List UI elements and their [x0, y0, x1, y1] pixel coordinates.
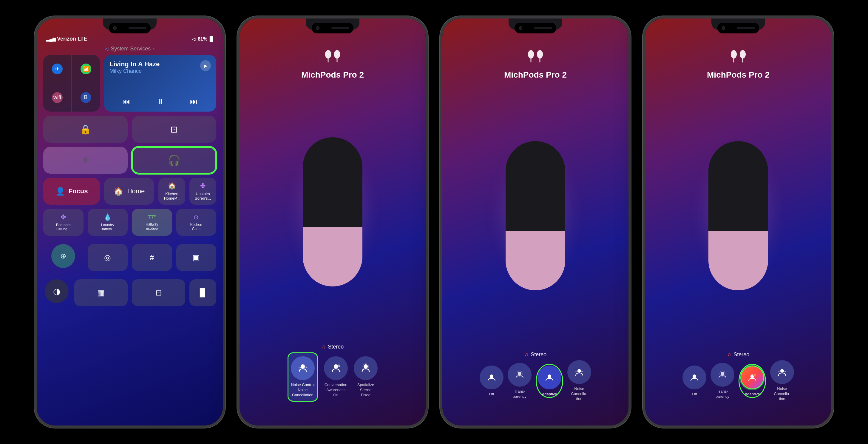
- battery-tile[interactable]: ▉: [189, 279, 216, 306]
- prev-track-button[interactable]: ⏮: [123, 97, 130, 106]
- off-button-2[interactable]: Off: [682, 365, 706, 396]
- noise-cancellation-button[interactable]: Noise ControlNoiseCancellation: [287, 352, 318, 402]
- transparency-label-1: Trans-parency: [513, 389, 526, 399]
- location-arrow-icon: ◁: [105, 46, 108, 52]
- music-title: Living In A Haze: [110, 60, 200, 68]
- cc-row4: ✤ BedroomCeiling... 💧 LaundryBattery... …: [37, 205, 223, 236]
- svg-point-4: [301, 364, 305, 368]
- music-tile[interactable]: Living In A Haze Milky Chance ▶ ⏮ ⏸ ⏭: [104, 55, 216, 112]
- do-not-disturb-tile[interactable]: ◎: [88, 244, 128, 271]
- airpods-device-icon-3: [728, 48, 749, 66]
- laundry-icon: 💧: [103, 213, 112, 221]
- kitchen-cans-tile[interactable]: ⊙ KitchenCans: [176, 209, 217, 236]
- volume-down-button-4[interactable]: [643, 135, 644, 162]
- device-name-1: MichPods Pro 2: [301, 70, 364, 80]
- volume-up-button[interactable]: [34, 99, 35, 126]
- transparency-button-2[interactable]: Trans-parency: [711, 363, 734, 399]
- power-button-2[interactable]: [427, 96, 428, 135]
- airplane-icon: ✈: [52, 64, 63, 74]
- volume-slider-container-2: [505, 141, 565, 290]
- svg-point-16: [548, 375, 551, 378]
- dynamic-island-4: [717, 23, 759, 33]
- svg-point-18: [731, 50, 737, 58]
- kitchen-cans-label: KitchenCans: [190, 223, 202, 231]
- home-label: Home: [127, 187, 145, 195]
- volume-down-button-2[interactable]: [237, 135, 238, 162]
- airpods-background-1: MichPods Pro 2 ♫ Stereo: [240, 19, 426, 425]
- play-pause-button[interactable]: ⏸: [156, 97, 164, 106]
- off-button-1[interactable]: Off: [479, 365, 503, 396]
- wifi-button[interactable]: wifi: [43, 83, 71, 112]
- audio-output-row-1: ♫ Stereo: [321, 344, 344, 350]
- hallway-ecobee-tile[interactable]: 77° Hallwayecobee: [132, 209, 172, 236]
- transparency-label-2: Trans-parency: [716, 389, 729, 399]
- volume-up-button-3[interactable]: [440, 99, 441, 126]
- cellular-button[interactable]: 📶: [71, 55, 100, 83]
- volume-slider-2[interactable]: [505, 141, 565, 290]
- mute-button-2[interactable]: [237, 72, 238, 90]
- earpiece-4: [737, 27, 755, 29]
- dark-mode-tile[interactable]: ◑: [45, 279, 69, 303]
- airplane-mode-button[interactable]: ✈: [43, 55, 71, 83]
- airpods-device-icon-2: [525, 48, 546, 66]
- lock-rotation-tile[interactable]: 🔒: [43, 116, 128, 143]
- bluetooth-button[interactable]: B: [71, 83, 100, 112]
- airpods-background-3: MichPods Pro 2 ♫ Stereo: [645, 19, 831, 425]
- mute-button-4[interactable]: [643, 72, 644, 90]
- bedroom-icon: ✤: [61, 213, 66, 221]
- svg-point-6: [338, 365, 340, 367]
- front-camera-4: [721, 26, 725, 30]
- cc-top-row: ✈ 📶 wifi B Living In: [37, 55, 223, 112]
- wallet-tile[interactable]: ▦: [74, 279, 128, 306]
- brightness-tile[interactable]: ☀: [43, 147, 128, 174]
- kitchen-home-tile[interactable]: 🏠 KitchenHomeP...: [158, 178, 185, 205]
- spatialize-stereo-button[interactable]: SpatializeStereoFixed: [354, 356, 378, 398]
- volume-down-button-3[interactable]: [440, 135, 441, 162]
- remote-icon: ▣: [192, 253, 200, 262]
- earpiece: [129, 27, 147, 29]
- adaptive-button-1[interactable]: Adaptive: [536, 364, 563, 398]
- airplay-button[interactable]: ▶: [200, 60, 211, 71]
- volume-slider-3[interactable]: [708, 141, 768, 290]
- screen-mirror-icon: ⊡: [170, 124, 178, 135]
- upstairs-tile[interactable]: ✤ UpstairsSoren's...: [189, 178, 216, 205]
- volume-up-button-4[interactable]: [643, 99, 644, 126]
- accessibility-shortcut-tile[interactable]: ⊕: [51, 244, 75, 268]
- airpods-tile[interactable]: 🎧: [132, 147, 216, 174]
- ap-controls-1: Noise ControlNoiseCancellation Conversat…: [240, 352, 426, 425]
- noise-cancellation-button-2[interactable]: NoiseCancella-tion: [770, 360, 794, 402]
- power-button-4[interactable]: [833, 96, 834, 135]
- screen-mirror-tile[interactable]: ⊡: [132, 116, 216, 143]
- dynamic-island-2: [312, 23, 353, 33]
- volume-up-button-2[interactable]: [237, 99, 238, 126]
- next-track-button[interactable]: ⏭: [190, 97, 198, 106]
- focus-tile[interactable]: 👤 Focus: [43, 178, 100, 205]
- laundry-battery-tile[interactable]: 💧 LaundryBattery...: [88, 209, 128, 236]
- volume-area-1: [240, 80, 426, 344]
- dynamic-island-3: [515, 23, 556, 33]
- conversation-awareness-button-1[interactable]: ConversationAwarenessOn: [324, 356, 348, 398]
- airpods-icon: 🎧: [168, 154, 181, 166]
- mute-button-3[interactable]: [440, 72, 441, 90]
- transparency-button-1[interactable]: Trans-parency: [508, 363, 531, 399]
- status-left: ▂▄▆ Verizon LTE: [46, 36, 87, 42]
- power-button[interactable]: [224, 96, 225, 135]
- location-bar[interactable]: ◁ System Services ›: [37, 45, 223, 55]
- network-tile: ✈ 📶 wifi B: [43, 55, 100, 112]
- notes-tile[interactable]: ⊟: [132, 279, 185, 306]
- front-camera: [113, 26, 117, 30]
- volume-slider-1[interactable]: [303, 137, 363, 287]
- bedroom-ceiling-tile[interactable]: ✤ BedroomCeiling...: [43, 209, 84, 236]
- noise-cancellation-button-1[interactable]: NoiseCancella-tion: [567, 360, 591, 402]
- remote-tile[interactable]: ▣: [176, 244, 217, 271]
- power-button-3[interactable]: [630, 96, 631, 135]
- phone-airpods-1: MichPods Pro 2 ♫ Stereo: [237, 16, 428, 428]
- svg-point-23: [721, 372, 724, 375]
- adaptive-button-2[interactable]: Adaptive: [739, 364, 766, 398]
- calculator-tile[interactable]: #: [132, 244, 172, 271]
- home-tile[interactable]: 🏠 Home: [104, 178, 154, 205]
- volume-down-button[interactable]: [34, 135, 35, 162]
- mute-button[interactable]: [34, 72, 35, 90]
- location-chevron: ›: [153, 46, 155, 52]
- music-note-icon-2: ♫: [524, 352, 529, 358]
